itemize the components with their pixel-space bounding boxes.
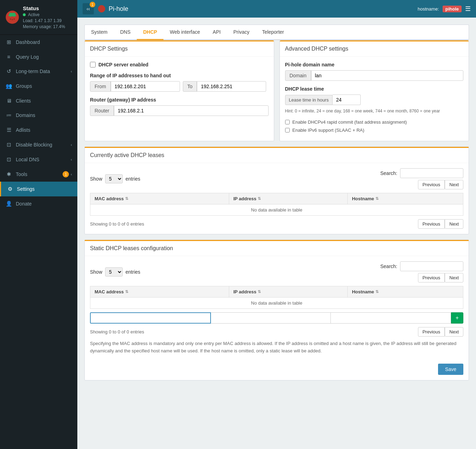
show-entries-select[interactable]: 5 10 25 50	[105, 174, 123, 183]
add-static-lease-button[interactable]: +	[451, 312, 463, 324]
save-button[interactable]: Save	[438, 364, 463, 375]
settings-tabs-wrapper: System DNS DHCP Web interface API Privac…	[84, 25, 469, 40]
chevron-icon: ‹	[71, 157, 72, 162]
svg-point-4	[8, 14, 10, 16]
static-leases-table: MAC address ⇅ IP address ⇅	[90, 286, 463, 309]
ipv6-label[interactable]: Enable IPv6 support (SLAAC + RA)	[292, 128, 365, 133]
sidebar-item-clients[interactable]: 🖥 Clients	[0, 93, 77, 108]
col-ip-header[interactable]: IP address ⇅	[229, 193, 348, 204]
static-leases-section: Static DHCP leases configuration Show 5 …	[84, 240, 469, 380]
col-mac-header[interactable]: MAC address ⇅	[90, 193, 229, 204]
advanced-dhcp-body: Pi-hole domain name Domain DHCP lease ti…	[280, 57, 469, 141]
static-leases-showing: Showing 0 to 0 of 0 entries	[90, 329, 144, 334]
sidebar-item-donate[interactable]: 👤 Donate	[0, 196, 77, 211]
static-leases-next-top-button[interactable]: Next	[445, 273, 463, 282]
active-leases-section: Currently active DHCP leases Show 5 10 2…	[84, 147, 469, 234]
status-title: Status	[23, 5, 65, 11]
active-leases-next-bottom-button[interactable]: Next	[445, 219, 463, 229]
sort-icon: ⇅	[375, 196, 379, 201]
static-leases-header: Static DHCP leases configuration	[85, 240, 469, 256]
dhcp-settings-body: DHCP server enabled Range of IP addresse…	[85, 57, 274, 126]
sidebar-item-local-dns[interactable]: ⊡ Local DNS ‹	[0, 152, 77, 167]
new-ip-input[interactable]	[211, 312, 331, 324]
svg-point-10	[98, 5, 105, 13]
back-button[interactable]: ‹‹ 1	[83, 3, 94, 14]
static-col-ip-header[interactable]: IP address ⇅	[229, 286, 348, 298]
tab-dhcp[interactable]: DHCP	[137, 25, 163, 40]
svg-point-5	[14, 14, 16, 16]
sidebar-logo: Status Active Load: 1.47 1.37 1.39 Memor…	[0, 0, 77, 35]
advanced-dhcp-panel: Advanced DHCP settings Pi-hole domain na…	[279, 40, 469, 141]
hamburger-icon[interactable]: ☰	[465, 5, 471, 13]
sidebar-item-domains[interactable]: ≔ Domains	[0, 108, 77, 123]
sidebar-item-adlists[interactable]: ☰ Adlists	[0, 123, 77, 137]
query-log-icon: ≡	[5, 54, 12, 60]
static-col-mac-header[interactable]: MAC address ⇅	[90, 286, 229, 298]
sidebar-item-dashboard[interactable]: ⊞ Dashboard	[0, 35, 77, 50]
static-lease-note: Specifying the MAC address is mandatory …	[90, 340, 463, 355]
entries-label: entries	[126, 269, 140, 275]
rapid-commit-checkbox[interactable]	[285, 120, 290, 124]
lease-prefix: Lease time in hours	[285, 95, 333, 105]
domain-name-group: Pi-hole domain name Domain	[285, 62, 464, 81]
active-leases-search-input[interactable]	[400, 168, 463, 178]
clients-icon: 🖥	[5, 98, 12, 104]
tab-system[interactable]: System	[85, 25, 114, 40]
static-leases-next-bottom-button[interactable]: Next	[445, 327, 463, 337]
donate-icon: 👤	[5, 201, 12, 207]
hostname-value: pihole	[443, 6, 462, 12]
static-show-entries: Show 5 10 25 50 entries	[90, 267, 140, 276]
tools-icon: ✱	[5, 171, 12, 177]
tab-api[interactable]: API	[206, 25, 227, 40]
sidebar-item-tools[interactable]: ✱ Tools 1 ‹	[0, 167, 77, 182]
sidebar-item-long-term-data[interactable]: ↺ Long-term Data ‹	[0, 64, 77, 79]
router-prefix: Router	[90, 105, 114, 116]
settings-tabs: System DNS DHCP Web interface API Privac…	[85, 25, 469, 40]
table-row: No data available in table	[90, 298, 463, 309]
static-leases-title: Static DHCP leases configuration	[90, 245, 463, 252]
sidebar-item-disable-blocking[interactable]: ⊡ Disable Blocking ‹	[0, 137, 77, 152]
col-hostname-header[interactable]: Hostname ⇅	[348, 193, 463, 204]
active-leases-table: MAC address ⇅ IP address ⇅	[90, 193, 463, 216]
rapid-commit-label[interactable]: Enable DHCPv4 rapid commit (fast address…	[292, 119, 407, 125]
tab-privacy[interactable]: Privacy	[227, 25, 256, 40]
new-mac-input[interactable]	[90, 312, 211, 324]
lease-value-input[interactable]	[333, 95, 361, 105]
sidebar-item-label: Disable Blocking	[16, 142, 71, 148]
domain-value-input[interactable]	[311, 70, 463, 81]
lease-hint: Hint: 0 = infinite, 24 = one day, 168 = …	[285, 108, 464, 114]
active-leases-search: Search:	[380, 168, 463, 178]
tab-dns[interactable]: DNS	[114, 25, 137, 40]
content-wrapper: System DNS DHCP Web interface API Privac…	[77, 18, 476, 393]
raspberry-icon	[5, 10, 19, 24]
static-leases-prev-top-button[interactable]: Previous	[418, 273, 445, 282]
sidebar: Status Active Load: 1.47 1.37 1.39 Memor…	[0, 0, 77, 449]
active-leases-prev-top-button[interactable]: Previous	[418, 180, 445, 189]
new-hostname-input[interactable]	[331, 312, 451, 324]
sidebar-item-query-log[interactable]: ≡ Query Log	[0, 50, 77, 64]
static-leases-bottom-pagination: Previous Next	[418, 327, 463, 337]
ipv6-checkbox[interactable]	[285, 128, 290, 132]
domain-prefix: Domain	[285, 70, 311, 81]
router-ip-input[interactable]	[114, 105, 268, 116]
static-leases-search-input[interactable]	[400, 261, 463, 271]
static-leases-prev-bottom-button[interactable]: Previous	[418, 327, 445, 337]
from-ip-input[interactable]	[111, 81, 180, 92]
tab-web-interface[interactable]: Web interface	[163, 25, 206, 40]
sidebar-item-label: Domains	[16, 112, 72, 118]
lease-time-label: DHCP lease time	[285, 86, 464, 92]
static-show-entries-select[interactable]: 5 10 25 50	[105, 267, 123, 276]
dhcp-enabled-label[interactable]: DHCP server enabled	[98, 62, 148, 67]
dhcp-settings-header: DHCP Settings	[85, 40, 274, 57]
no-data-cell: No data available in table	[90, 204, 463, 216]
static-col-hostname-header[interactable]: Hostname ⇅	[348, 286, 463, 298]
active-leases-next-top-button[interactable]: Next	[445, 180, 463, 189]
to-ip-input[interactable]	[197, 81, 266, 92]
sidebar-item-settings[interactable]: ⚙ Settings	[0, 182, 77, 196]
main-content: ‹‹ 1 Pi-hole hostname: pihole ☰	[77, 0, 476, 449]
settings-icon: ⚙	[6, 186, 13, 192]
sidebar-item-groups[interactable]: 👥 Groups	[0, 79, 77, 93]
active-leases-prev-bottom-button[interactable]: Previous	[418, 219, 445, 229]
dhcp-enabled-checkbox[interactable]	[90, 62, 96, 67]
tab-teleporter[interactable]: Teleporter	[256, 25, 290, 40]
